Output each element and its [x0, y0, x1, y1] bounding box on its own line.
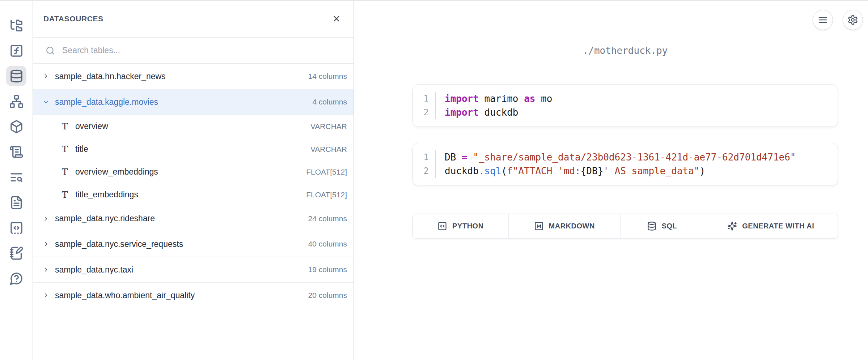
line-number: 2 — [413, 106, 436, 119]
database-icon — [9, 69, 24, 83]
chevron-right-icon — [42, 292, 50, 299]
message-question-icon — [9, 271, 24, 286]
rail-item-help[interactable] — [6, 268, 26, 288]
column-row[interactable]: T title_embeddings FLOAT[512] — [33, 183, 353, 206]
code-cell[interactable]: 1 import marimo as mo 2 import duckdb — [412, 84, 838, 127]
search-bar — [33, 38, 353, 64]
markdown-square-icon — [534, 221, 544, 231]
table-name: sample_data.nyc.rideshare — [55, 214, 303, 223]
line-number: 1 — [413, 150, 436, 164]
search-icon — [46, 46, 55, 55]
line-number: 2 — [413, 164, 436, 178]
chevron-right-icon — [42, 266, 50, 273]
table-name: sample_data.nyc.taxi — [55, 265, 303, 275]
chevron-right-icon — [42, 215, 50, 222]
add-cell-toolbar: PYTHON MARKDOWN SQL GENERATE WITH AI — [412, 214, 838, 239]
x-icon — [332, 14, 341, 23]
table-row[interactable]: sample_data.kaggle.movies 4 columns — [33, 89, 353, 115]
table-row[interactable]: sample_data.who.ambient_air_quality 20 c… — [33, 283, 353, 308]
column-row[interactable]: T overview_embeddings FLOAT[512] — [33, 160, 353, 183]
gear-icon — [847, 14, 858, 25]
column-name: overview_embeddings — [75, 167, 306, 177]
chevron-right-icon — [42, 73, 50, 80]
column-name: overview — [75, 121, 310, 131]
function-square-icon — [9, 44, 24, 58]
code-line: 1 import marimo as mo — [413, 92, 838, 106]
sparkles-icon — [727, 221, 737, 231]
chevron-down-icon — [42, 98, 50, 106]
chevron-right-icon — [42, 292, 50, 299]
notebook-pen-icon — [9, 246, 24, 260]
datasources-panel: DATASOURCES sample_data.hn.hacker_news 1… — [33, 0, 354, 360]
notebook-area: ./motherduck.py 1 import marimo as mo 2 … — [354, 0, 868, 360]
chevron-down-icon — [42, 98, 50, 106]
column-count: 20 columns — [308, 291, 347, 300]
column-type: FLOAT[512] — [306, 168, 347, 176]
sidebar-rail — [0, 0, 33, 360]
table-name: sample_data.hn.hacker_news — [55, 72, 303, 81]
search-icon — [46, 46, 55, 55]
rail-item-file-explorer[interactable] — [6, 15, 26, 35]
code-square-icon — [437, 221, 447, 231]
window-top-edge — [0, 0, 868, 1]
table-name: sample_data.who.ambient_air_quality — [55, 291, 303, 300]
code-line: 2 duckdb.sql(f"ATTACH 'md:{DB}' AS sampl… — [413, 164, 838, 178]
notebook-filename[interactable]: ./motherduck.py — [412, 45, 838, 56]
box-icon — [9, 120, 24, 134]
column-row[interactable]: T overview VARCHAR — [33, 115, 353, 138]
rail-item-scratchpad[interactable] — [6, 243, 26, 263]
column-type: VARCHAR — [310, 122, 347, 131]
add-cell-generate-with-ai-button[interactable]: GENERATE WITH AI — [704, 214, 838, 238]
panel-header: DATASOURCES — [33, 0, 353, 38]
table-row[interactable]: sample_data.nyc.taxi 19 columns — [33, 257, 353, 283]
network-icon — [9, 94, 24, 108]
text-search-icon — [9, 170, 24, 184]
scroll-text-icon — [9, 145, 24, 159]
menu-icon — [817, 14, 828, 25]
rail-item-logs[interactable] — [6, 142, 26, 162]
column-count: 19 columns — [308, 265, 347, 274]
table-row[interactable]: sample_data.nyc.rideshare 24 columns — [33, 206, 353, 231]
column-row[interactable]: T title VARCHAR — [33, 138, 353, 160]
folder-tree-icon — [9, 18, 24, 33]
topbar-actions — [813, 10, 863, 30]
column-name: title — [75, 144, 310, 154]
table-name: sample_data.kaggle.movies — [55, 97, 307, 107]
column-count: 40 columns — [308, 240, 347, 248]
rail-item-dependency-graph[interactable] — [6, 91, 26, 111]
menu-button[interactable] — [813, 10, 833, 30]
close-panel-button[interactable] — [330, 13, 343, 25]
search-input[interactable] — [62, 46, 346, 55]
column-count: 24 columns — [308, 214, 347, 223]
rail-item-tracebacks[interactable] — [6, 167, 26, 187]
code-line: 1 DB = "_share/sample_data/23b0d623-1361… — [413, 150, 838, 164]
rail-item-documentation[interactable] — [6, 192, 26, 213]
column-type: VARCHAR — [310, 145, 347, 154]
rail-item-datasources[interactable] — [6, 66, 26, 86]
file-text-icon — [9, 196, 24, 210]
add-cell-python-button[interactable]: PYTHON — [413, 214, 509, 238]
table-row[interactable]: sample_data.hn.hacker_news 14 columns — [33, 64, 353, 89]
rail-item-packages[interactable] — [6, 116, 26, 137]
rail-item-snippets[interactable] — [6, 218, 26, 238]
code-cell[interactable]: 1 DB = "_share/sample_data/23b0d623-1361… — [412, 143, 838, 185]
column-count: 4 columns — [312, 98, 347, 106]
column-name: title_embeddings — [75, 190, 306, 200]
line-number: 1 — [413, 92, 436, 106]
rail-item-variables[interactable] — [6, 40, 26, 61]
square-dashed-code-icon — [9, 221, 24, 235]
table-name: sample_data.nyc.service_requests — [55, 239, 303, 249]
tables-list: sample_data.hn.hacker_news 14 columns sa… — [33, 64, 353, 308]
cells-container: 1 import marimo as mo 2 import duckdb 1 … — [412, 84, 838, 185]
add-cell-sql-button[interactable]: SQL — [621, 214, 704, 238]
chevron-right-icon — [42, 215, 50, 222]
chevron-right-icon — [42, 240, 50, 248]
text-type-icon: T — [60, 167, 69, 177]
code-line: 2 import duckdb — [413, 106, 838, 119]
table-row[interactable]: sample_data.nyc.service_requests 40 colu… — [33, 231, 353, 257]
column-count: 14 columns — [308, 72, 347, 81]
chevron-right-icon — [42, 73, 50, 80]
add-cell-markdown-button[interactable]: MARKDOWN — [509, 214, 621, 238]
settings-button[interactable] — [843, 10, 863, 30]
notebook-content: ./motherduck.py 1 import marimo as mo 2 … — [412, 0, 838, 239]
